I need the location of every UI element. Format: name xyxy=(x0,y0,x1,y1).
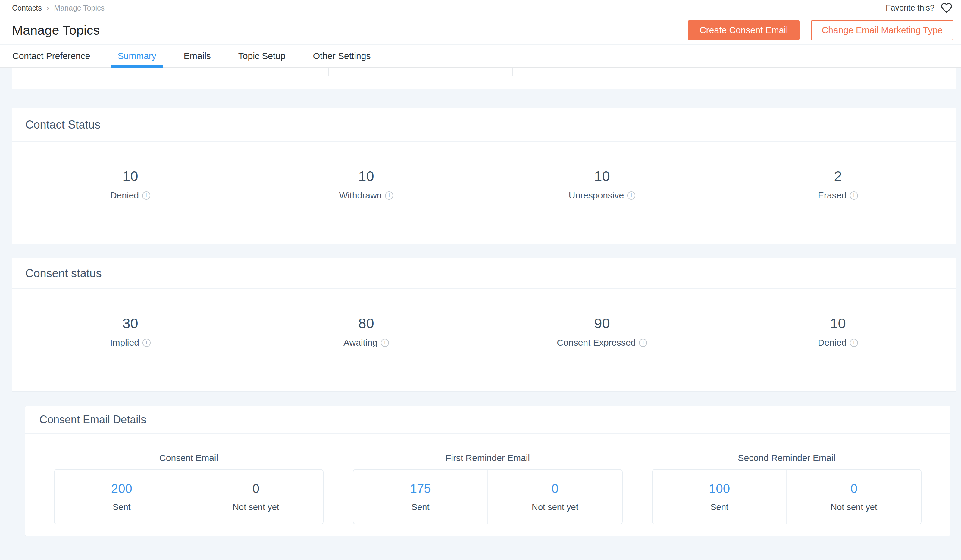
stat-value: 10 xyxy=(720,315,956,332)
stat-value: 2 xyxy=(720,168,956,184)
stat-label: Denied xyxy=(110,190,139,201)
stat-value: 30 xyxy=(12,315,248,332)
stat-label: Denied xyxy=(818,337,847,348)
change-email-marketing-type-button[interactable]: Change Email Marketing Type xyxy=(811,20,953,40)
consent-email-group: Consent Email 200 Sent 0 Not sent yet xyxy=(54,434,323,525)
stat-erased: 2 Erasedi xyxy=(720,168,956,201)
stat-label: Implied xyxy=(110,337,139,348)
first-reminder-email-group: First Reminder Email 175 Sent 0 Not sent… xyxy=(353,434,622,525)
sent-count-link[interactable]: 175 xyxy=(354,482,487,495)
info-icon[interactable]: i xyxy=(627,191,635,200)
stat-label: Unresponsive xyxy=(569,190,624,201)
page-body: Contact Status 10 Deniedi 10 Withdrawni … xyxy=(0,68,961,560)
stat-implied: 30 Impliedi xyxy=(12,315,248,348)
column-divider xyxy=(512,68,513,77)
stat-label: Awaiting xyxy=(344,337,378,348)
cell-label: Sent xyxy=(652,502,787,512)
tab-bar: Contact Preference Summary Emails Topic … xyxy=(0,45,961,68)
stat-value: 10 xyxy=(484,168,720,184)
stat-label: Erased xyxy=(818,190,847,201)
favorite-label: Favorite this? xyxy=(886,3,934,13)
tab-topic-setup[interactable]: Topic Setup xyxy=(231,45,292,67)
tab-emails[interactable]: Emails xyxy=(177,45,217,67)
contact-status-card: Contact Status 10 Deniedi 10 Withdrawni … xyxy=(12,108,956,244)
breadcrumb-separator-icon: › xyxy=(47,3,50,13)
stat-denied: 10 Deniedi xyxy=(720,315,956,348)
info-icon[interactable]: i xyxy=(142,191,150,200)
tab-contact-preference[interactable]: Contact Preference xyxy=(6,45,97,67)
tab-other-settings[interactable]: Other Settings xyxy=(306,45,378,67)
info-icon[interactable]: i xyxy=(850,191,858,200)
sent-cell: 100 Sent xyxy=(652,470,787,524)
page-header: Manage Topics Create Consent Email Chang… xyxy=(0,16,961,45)
not-sent-cell: 0 Not sent yet xyxy=(487,470,622,524)
cell-label: Not sent yet xyxy=(787,502,921,512)
stat-awaiting: 80 Awaitingi xyxy=(248,315,484,348)
contact-status-title: Contact Status xyxy=(12,108,956,142)
info-icon[interactable]: i xyxy=(381,339,389,347)
stat-value: 10 xyxy=(248,168,484,184)
stat-unresponsive: 10 Unresponsivei xyxy=(484,168,720,201)
page-title: Manage Topics xyxy=(12,23,100,38)
consent-email-details-card: Consent Email Details Consent Email 200 … xyxy=(25,406,950,536)
tab-summary[interactable]: Summary xyxy=(111,45,163,67)
sent-cell: 200 Sent xyxy=(55,470,189,524)
consent-status-card: Consent status 30 Impliedi 80 Awaitingi … xyxy=(12,258,956,392)
breadcrumb: Contacts › Manage Topics xyxy=(12,3,104,13)
contact-status-stats: 10 Deniedi 10 Withdrawni 10 Unresponsive… xyxy=(12,142,956,201)
stat-value: 80 xyxy=(248,315,484,332)
second-reminder-email-group: Second Reminder Email 100 Sent 0 Not sen… xyxy=(652,434,922,525)
group-title: First Reminder Email xyxy=(353,453,622,463)
group-box: 100 Sent 0 Not sent yet xyxy=(652,469,922,525)
heart-icon[interactable] xyxy=(940,2,953,13)
info-icon[interactable]: i xyxy=(385,191,393,200)
consent-email-details-body: Consent Email 200 Sent 0 Not sent yet Fi… xyxy=(25,434,950,525)
not-sent-count-link[interactable]: 0 xyxy=(488,482,622,495)
cell-label: Sent xyxy=(354,502,487,512)
not-sent-cell: 0 Not sent yet xyxy=(189,470,323,524)
stat-consent-expressed: 90 Consent Expressedi xyxy=(484,315,720,348)
cell-label: Sent xyxy=(55,502,189,512)
info-icon[interactable]: i xyxy=(850,339,858,347)
sent-count-link[interactable]: 100 xyxy=(652,482,787,495)
stat-value: 90 xyxy=(484,315,720,332)
not-sent-cell: 0 Not sent yet xyxy=(786,470,921,524)
group-title: Second Reminder Email xyxy=(652,453,922,463)
stat-label: Withdrawn xyxy=(339,190,382,201)
group-box: 175 Sent 0 Not sent yet xyxy=(353,469,622,525)
not-sent-count: 0 xyxy=(189,482,323,495)
info-icon[interactable]: i xyxy=(639,339,647,347)
consent-status-title: Consent status xyxy=(12,258,956,289)
group-box: 200 Sent 0 Not sent yet xyxy=(54,469,323,525)
cell-label: Not sent yet xyxy=(488,502,622,512)
sent-cell: 175 Sent xyxy=(354,470,487,524)
create-consent-email-button[interactable]: Create Consent Email xyxy=(688,20,799,40)
top-bar: Contacts › Manage Topics Favorite this? xyxy=(0,0,961,16)
consent-email-details-title: Consent Email Details xyxy=(25,406,950,434)
stat-denied: 10 Deniedi xyxy=(12,168,248,201)
group-title: Consent Email xyxy=(54,453,323,463)
column-divider xyxy=(328,68,329,77)
not-sent-count-link[interactable]: 0 xyxy=(787,482,921,495)
favorite-control: Favorite this? xyxy=(886,2,953,13)
cell-label: Not sent yet xyxy=(189,502,323,512)
breadcrumb-contacts-link[interactable]: Contacts xyxy=(12,3,42,12)
breadcrumb-current-page: Manage Topics xyxy=(54,3,104,12)
stat-withdrawn: 10 Withdrawni xyxy=(248,168,484,201)
stat-label: Consent Expressed xyxy=(557,337,636,348)
header-actions: Create Consent Email Change Email Market… xyxy=(688,20,953,40)
info-icon[interactable]: i xyxy=(143,339,151,347)
consent-status-stats: 30 Impliedi 80 Awaitingi 90 Consent Expr… xyxy=(12,289,956,348)
sent-count-link[interactable]: 200 xyxy=(55,482,189,495)
clipped-section-bottom xyxy=(12,68,956,88)
stat-value: 10 xyxy=(12,168,248,184)
